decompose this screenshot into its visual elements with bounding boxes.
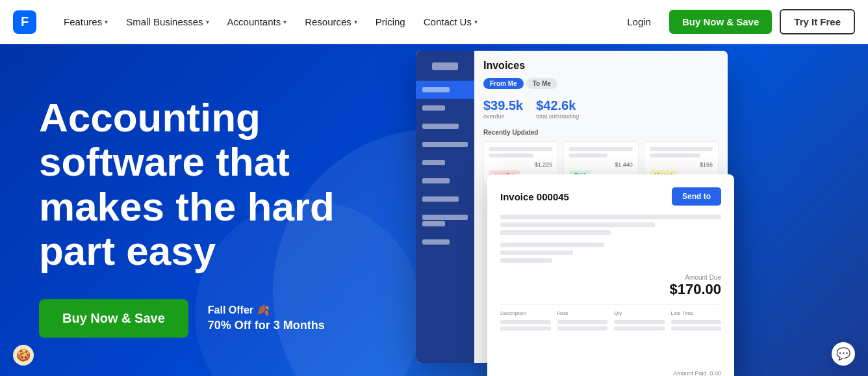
hero-app-screenshots: Invoices From Me To Me $39.5k overdue $4… <box>416 44 868 376</box>
toggle-to-me[interactable]: To Me <box>526 78 557 89</box>
outstanding-stat: $42.6k total outstanding <box>536 98 579 120</box>
chevron-down-icon: ▾ <box>354 18 357 25</box>
buy-now-button[interactable]: Buy Now & Save <box>669 10 772 34</box>
chevron-down-icon: ▾ <box>283 18 287 25</box>
hero-section: Accounting software that makes the hard … <box>0 44 868 376</box>
app-sidebar <box>416 51 474 363</box>
nav-accountants[interactable]: Accountants ▾ <box>220 11 295 33</box>
overdue-amount: $39.5k <box>483 98 523 113</box>
sidebar-item-bills[interactable] <box>416 154 474 172</box>
chevron-down-icon: ▾ <box>474 18 478 25</box>
recently-updated-label: Recently Updated <box>483 129 719 136</box>
nav-contact-us[interactable]: Contact Us ▾ <box>416 11 485 33</box>
sidebar-item-projects-time[interactable] <box>416 208 474 233</box>
invoice-detail-window: Invoice 000045 Send to Amount Due $170.0… <box>487 174 734 376</box>
invoices-title: Invoices <box>483 60 719 72</box>
col-description: Description <box>500 310 551 316</box>
overdue-label: overdue <box>483 113 523 120</box>
invoice-toggle: From Me To Me <box>483 78 719 89</box>
amount-due-section: Amount Due $170.00 <box>500 274 721 298</box>
nav-links: Features ▾ Small Businesses ▾ Accountant… <box>56 11 617 33</box>
nav-resources[interactable]: Resources ▾ <box>297 11 365 33</box>
invoice-detail-title: Invoice 000045 <box>500 191 569 202</box>
offer-text: Fall Offer 🍂 70% Off for 3 Months <box>208 304 325 332</box>
sidebar-item-expenses[interactable] <box>416 190 474 208</box>
offer-discount: 70% Off for 3 Months <box>208 319 325 332</box>
table-row <box>500 320 721 324</box>
amount-paid-line: Amount Paid 0.00 <box>664 370 721 376</box>
sidebar-item-clients[interactable] <box>416 99 474 117</box>
login-button[interactable]: Login <box>617 11 661 33</box>
chevron-down-icon: ▾ <box>206 18 209 25</box>
nav-features[interactable]: Features ▾ <box>56 11 116 33</box>
logo-icon: F <box>13 10 36 34</box>
amount-due-label: Amount Due <box>685 274 721 281</box>
toggle-from-me[interactable]: From Me <box>483 78 524 89</box>
send-to-button[interactable]: Send to <box>672 187 721 206</box>
sidebar-item-payments[interactable] <box>416 135 474 154</box>
hero-cta-row: Buy Now & Save Fall Offer 🍂 70% Off for … <box>39 299 377 338</box>
sidebar-item-dashboard[interactable] <box>416 81 474 99</box>
amount-due-value: $170.00 <box>669 281 721 298</box>
invoice-detail-footer: Amount Paid 0.00 Amount Due $170.00 <box>664 370 721 376</box>
cookie-icon[interactable]: 🍪 <box>13 345 34 366</box>
logo[interactable]: F <box>13 10 36 34</box>
invoice-detail-header: Invoice 000045 Send to <box>500 187 721 206</box>
col-line-total: Line Total <box>671 310 722 316</box>
invoice-detail-lines <box>500 215 721 235</box>
hero-content: Accounting software that makes the hard … <box>0 44 416 376</box>
hero-title: Accounting software that makes the hard … <box>39 96 377 273</box>
nav-small-businesses[interactable]: Small Businesses ▾ <box>118 11 216 33</box>
col-rate: Rate <box>557 310 608 316</box>
table-row <box>500 327 721 330</box>
offer-title: Fall Offer 🍂 <box>208 304 325 316</box>
outstanding-amount: $42.6k <box>536 98 579 113</box>
invoice-stats: $39.5k overdue $42.6k total outstanding <box>483 98 719 120</box>
hero-buy-now-button[interactable]: Buy Now & Save <box>39 299 188 338</box>
overdue-stat: $39.5k overdue <box>483 98 523 120</box>
nav-right-actions: Login Buy Now & Save Try It Free <box>617 9 855 34</box>
navbar: F Features ▾ Small Businesses ▾ Accounta… <box>0 0 868 44</box>
sidebar-item-payroll[interactable] <box>416 172 474 190</box>
sidebar-logo <box>432 62 458 70</box>
chat-icon[interactable]: 💬 <box>832 342 855 366</box>
try-free-button[interactable]: Try It Free <box>780 9 855 34</box>
outstanding-label: total outstanding <box>536 113 579 120</box>
sidebar-item-invoices[interactable] <box>416 117 474 135</box>
invoice-table-header: Description Rate Qty Line Total <box>500 304 721 316</box>
chevron-down-icon: ▾ <box>105 18 108 25</box>
sidebar-item-reports[interactable] <box>416 233 474 251</box>
col-qty: Qty <box>614 310 665 316</box>
nav-pricing[interactable]: Pricing <box>368 11 413 33</box>
